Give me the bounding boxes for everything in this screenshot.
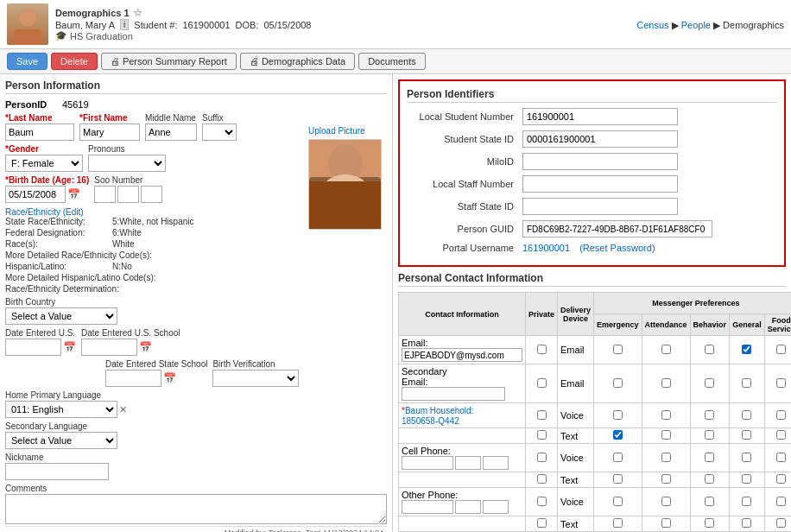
hh-behavior-check[interactable] (705, 410, 714, 420)
cell-text-attendance-check[interactable] (661, 474, 671, 484)
other-text-emergency-check[interactable] (613, 518, 623, 528)
cell-input-2[interactable] (455, 456, 481, 470)
birth-country-select[interactable]: Select a Value (5, 307, 117, 325)
hh-private-check[interactable] (537, 410, 547, 420)
pronouns-select[interactable] (88, 155, 166, 172)
sec-email-food-check[interactable] (776, 378, 786, 388)
demographics-data-button[interactable]: 🖨 Demographics Data (240, 53, 355, 70)
reset-password-link[interactable]: (Reset Password) (579, 243, 655, 253)
birthdate-input[interactable] (5, 186, 66, 203)
nickname-input[interactable] (5, 463, 109, 480)
cell-input-3[interactable] (483, 456, 509, 470)
calendar-icon-2[interactable]: 📅 (63, 341, 76, 353)
delete-button[interactable]: Delete (51, 53, 98, 70)
cell-text-behavior-check[interactable] (705, 474, 714, 484)
hh-text-emergency-check[interactable] (613, 430, 623, 440)
email-private-check[interactable] (537, 345, 547, 354)
hh-attendance-check[interactable] (661, 410, 671, 420)
email-general-check[interactable] (742, 345, 751, 354)
date-entered-us-school-input[interactable] (81, 339, 137, 356)
cell-text-emergency-check[interactable] (613, 474, 623, 484)
sec-email-behavior-check[interactable] (705, 378, 714, 388)
secondary-email-input[interactable] (402, 387, 505, 401)
hh-text-behavior-check[interactable] (705, 430, 714, 440)
gender-select[interactable]: F: Female (5, 155, 83, 172)
cell-food-check[interactable] (776, 453, 786, 462)
race-edit-link[interactable]: Race/Ethnicity (Edit) (5, 207, 84, 217)
cell-emergency-check[interactable] (613, 453, 623, 462)
other-input-1[interactable] (402, 500, 453, 514)
first-name-input[interactable] (79, 124, 140, 141)
other-emergency-check[interactable] (613, 497, 623, 506)
cell-behavior-check[interactable] (705, 453, 714, 462)
hh-text-general-check[interactable] (742, 430, 751, 440)
portal-username-link[interactable]: 161900001 (522, 243, 570, 253)
cell-text-food-check[interactable] (776, 474, 786, 484)
sec-email-attendance-check[interactable] (661, 378, 671, 388)
other-attendance-check[interactable] (661, 497, 671, 506)
soo-input-3[interactable] (141, 186, 162, 203)
cell-private-check[interactable] (537, 453, 547, 462)
secondary-lang-select[interactable]: Select a Value (5, 432, 117, 449)
cell-attendance-check[interactable] (661, 453, 671, 462)
birth-verification-select[interactable] (212, 370, 299, 387)
home-lang-select[interactable]: 011: English (5, 401, 117, 418)
milo-id-input[interactable] (522, 153, 678, 170)
sec-email-emergency-check[interactable] (613, 378, 623, 388)
staff-state-id-input[interactable] (522, 198, 678, 215)
other-general-check[interactable] (742, 497, 751, 506)
middle-name-input[interactable] (145, 124, 197, 141)
cell-text-general-check[interactable] (742, 474, 751, 484)
student-state-id-input[interactable] (522, 130, 678, 148)
other-food-check[interactable] (776, 497, 786, 506)
hh-text-food-check[interactable] (776, 430, 786, 440)
soo-input-2[interactable] (117, 186, 139, 203)
calendar-icon[interactable]: 📅 (67, 188, 80, 200)
person-summary-button[interactable]: 🖨 Person Summary Report (101, 53, 237, 70)
other-private-check[interactable] (537, 497, 547, 506)
local-staff-number-input[interactable] (522, 175, 678, 193)
email-input[interactable] (402, 348, 522, 362)
home-lang-clear[interactable]: ✕ (119, 404, 127, 415)
person-guid-input[interactable] (522, 220, 712, 238)
other-input-2[interactable] (455, 500, 481, 514)
soo-input-1[interactable] (94, 186, 116, 203)
save-button[interactable]: Save (7, 53, 47, 70)
cell-input-1[interactable] (402, 456, 453, 470)
cell-general-check[interactable] (742, 453, 751, 462)
breadcrumb-people[interactable]: People (681, 20, 711, 30)
email-emergency-check[interactable] (613, 345, 623, 354)
other-input-3[interactable] (483, 500, 509, 514)
documents-button[interactable]: Documents (358, 53, 426, 70)
local-student-number-input[interactable] (522, 108, 678, 125)
other-text-behavior-check[interactable] (705, 518, 714, 528)
other-text-general-check[interactable] (742, 518, 751, 528)
suffix-select[interactable] (202, 124, 237, 141)
hh-text-private-check[interactable] (537, 430, 547, 440)
sec-email-general-check[interactable] (742, 378, 751, 388)
email-food-check[interactable] (776, 345, 786, 354)
hh-text-attendance-check[interactable] (661, 430, 671, 440)
calendar-icon-4[interactable]: 📅 (163, 372, 176, 384)
cell-text-private-check[interactable] (537, 474, 547, 484)
comments-textarea[interactable] (5, 494, 387, 524)
household-phone-link[interactable]: 1850658-Q442 (402, 416, 459, 426)
household-link[interactable]: Baum Household: (405, 406, 474, 415)
hh-general-check[interactable] (742, 410, 751, 420)
last-name-input[interactable] (5, 124, 74, 141)
date-entered-us-input[interactable] (5, 339, 61, 356)
other-text-attendance-check[interactable] (661, 518, 671, 528)
other-text-private-check[interactable] (537, 518, 547, 528)
hh-food-check[interactable] (776, 410, 786, 420)
email-attendance-check[interactable] (661, 345, 671, 354)
star-icon[interactable]: ☆ (133, 7, 142, 19)
breadcrumb-census[interactable]: Census (636, 20, 668, 30)
other-behavior-check[interactable] (705, 497, 714, 506)
other-text-food-check[interactable] (776, 518, 786, 528)
hh-emergency-check[interactable] (613, 410, 623, 420)
calendar-icon-3[interactable]: 📅 (139, 341, 152, 353)
date-entered-state-school-input[interactable] (105, 370, 161, 387)
email-behavior-check[interactable] (705, 345, 714, 354)
upload-picture-link[interactable]: Upload Picture (308, 126, 365, 136)
sec-email-private-check[interactable] (537, 378, 547, 388)
